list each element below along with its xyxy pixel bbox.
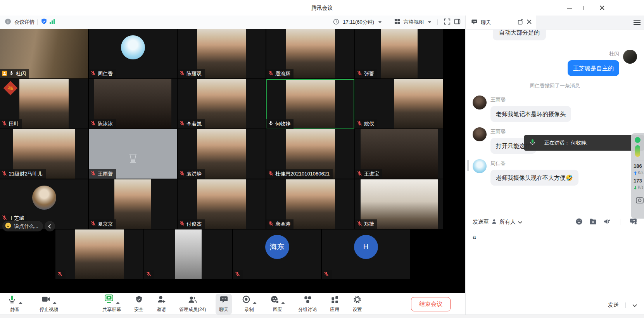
video-tile-王进宝[interactable]: 王进宝 <box>355 129 443 179</box>
toolbar-item-reaction[interactable]: 回应 <box>266 294 288 315</box>
toolbar-item-mic-on[interactable]: 静音 <box>4 294 26 315</box>
toolbar-item-record[interactable]: 录制 <box>238 294 260 315</box>
toolbar-item-members[interactable]: 管理成员(24) <box>176 294 209 315</box>
video-tile-杜佳恩20210101060621[interactable]: 杜佳恩20210101060621 <box>266 129 354 179</box>
avatar: H <box>354 235 378 259</box>
participant-grid: 杜闪周仁香陈丽双唐渝辉张蕾福田叶陈冰冰李若岚何牧婷姚仪21级财2马叶儿王雨馨袁洪… <box>0 29 465 279</box>
chevron-up-icon[interactable] <box>253 302 257 304</box>
quick-chat-bar[interactable]: 说点什么... <box>2 221 55 231</box>
avatar <box>32 186 56 210</box>
send-to-label: 发送至 <box>473 219 489 226</box>
video-tile-唐圣涛[interactable]: 唐圣涛 <box>266 179 354 229</box>
video-tile[interactable] <box>144 229 232 279</box>
quick-chat-input[interactable]: 说点什么... <box>2 221 43 231</box>
end-meeting-button[interactable]: 结束会议 <box>411 297 451 311</box>
participant-name: 王进宝 <box>364 170 379 177</box>
shield-check-icon[interactable] <box>40 18 48 26</box>
favorites-folder-icon[interactable] <box>589 218 597 226</box>
toolbar-item-invite[interactable]: 邀请 <box>153 294 169 315</box>
mic-muted-icon <box>146 271 151 278</box>
mic-muted-icon <box>180 171 185 177</box>
participant-name: 袁洪静 <box>186 170 202 177</box>
camera-icon[interactable] <box>636 197 644 205</box>
video-tile-王雨馨[interactable]: 王雨馨 <box>89 129 177 179</box>
video-tile[interactable]: H <box>322 229 410 279</box>
meeting-details-button[interactable]: 会议详情 <box>5 18 35 26</box>
video-tile-陈丽双[interactable]: 陈丽双 <box>178 29 266 78</box>
video-tile-郑捷[interactable]: 郑捷 <box>355 179 443 229</box>
video-tile-陈冰冰[interactable]: 陈冰冰 <box>89 79 177 129</box>
chevron-up-icon[interactable] <box>116 302 120 304</box>
video-tile[interactable] <box>55 229 143 279</box>
time-dropdown-caret[interactable] <box>378 21 382 23</box>
chevron-up-icon[interactable] <box>281 302 285 304</box>
participant-name-label: 21级财2马叶儿 <box>0 169 46 179</box>
smiley-icon[interactable] <box>5 222 11 230</box>
video-tile[interactable]: 海东 <box>233 229 321 279</box>
person-icon <box>491 219 497 226</box>
participant-name: 杜佳恩20210101060621 <box>275 170 330 177</box>
menu-icon[interactable] <box>634 20 641 25</box>
video-tile-夏京京[interactable]: 夏京京 <box>89 179 177 229</box>
video-tile-姚仪[interactable]: 姚仪 <box>355 79 443 129</box>
toolbar-item-settings[interactable]: 设置 <box>349 294 365 315</box>
video-tile-付俊杰[interactable]: 付俊杰 <box>178 179 266 229</box>
chat-settings-icon[interactable] <box>630 218 637 226</box>
toolbar-item-screenshare[interactable]: 共享屏幕 <box>99 294 124 315</box>
chat-input[interactable]: a <box>466 229 644 287</box>
maximize-button[interactable] <box>583 5 589 11</box>
side-utility-widget[interactable]: 186 K/s 173 K/s <box>631 133 644 219</box>
layout-toggle-icon[interactable] <box>454 18 461 26</box>
camera-icon <box>41 294 51 306</box>
toolbar-item-label: 应用 <box>330 306 339 313</box>
video-tile-周仁香[interactable]: 周仁香 <box>89 29 177 78</box>
chevron-up-icon[interactable] <box>53 302 57 304</box>
view-mode-label[interactable]: 宫格视图 <box>404 19 424 26</box>
chat-bubble-icon <box>471 19 478 26</box>
video-tile-唐渝辉[interactable]: 唐渝辉 <box>266 29 354 78</box>
signal-icon[interactable] <box>49 19 55 26</box>
toolbar-item-breakout[interactable]: 分组讨论 <box>295 294 320 315</box>
video-tile-杜闪[interactable]: 杜闪 <box>0 29 88 78</box>
video-tile-何牧婷[interactable]: 何牧婷 <box>266 79 354 129</box>
participant-name-label: 夏京京 <box>89 219 116 229</box>
send-options-chevron-icon[interactable] <box>632 302 637 308</box>
chat-messages[interactable]: 自动大部分是的杜闪王芝璐是自主的周仁香撤回了一条消息王雨馨老师我笔记本是坏的摄像… <box>466 29 644 215</box>
chat-tab[interactable]: 聊天 <box>466 16 536 29</box>
send-button[interactable]: 发送 <box>608 302 619 309</box>
toolbar-item-label: 设置 <box>352 306 362 313</box>
close-button[interactable] <box>599 5 605 11</box>
emoji-icon[interactable] <box>575 218 583 226</box>
fullscreen-icon[interactable] <box>444 18 451 26</box>
divider <box>625 302 626 308</box>
chat-message: 杜闪王芝璐是自主的 <box>473 50 637 76</box>
close-icon[interactable] <box>527 19 532 26</box>
settings-icon <box>353 295 362 306</box>
host-icon <box>2 71 7 77</box>
chat-resize-handle[interactable] <box>467 160 469 171</box>
chevron-up-icon[interactable] <box>19 302 22 304</box>
collapse-left-icon[interactable] <box>45 221 55 231</box>
send-to-value[interactable]: 所有人 <box>499 219 516 226</box>
video-tile-张蕾[interactable]: 张蕾 <box>355 29 443 78</box>
video-tile-田叶[interactable]: 福田叶 <box>0 79 88 129</box>
view-dropdown-caret[interactable] <box>428 21 431 23</box>
mic-muted-icon <box>357 171 362 177</box>
participant-name-label: 唐渝辉 <box>266 69 294 78</box>
screenshare-icon <box>104 294 114 306</box>
toolbar-item-camera[interactable]: 停止视频 <box>36 294 62 315</box>
download-speed: 173 <box>634 178 642 183</box>
video-tile-21级财2马叶儿[interactable]: 21级财2马叶儿 <box>0 129 88 179</box>
avatar: 海东 <box>265 235 289 259</box>
announcement-icon[interactable] <box>603 218 611 226</box>
video-tile-袁洪静[interactable]: 袁洪静 <box>178 129 266 179</box>
toolbar-item-chat[interactable]: 聊天 <box>216 294 232 315</box>
toolbar-item-shield[interactable]: 安全 <box>131 294 147 315</box>
toolbar-item-apps[interactable]: 应用 <box>326 294 343 315</box>
popout-icon[interactable] <box>518 19 523 26</box>
video-tile-李若岚[interactable]: 李若岚 <box>178 79 266 129</box>
shield-icon <box>135 295 143 306</box>
chevron-down-icon[interactable] <box>518 219 522 225</box>
participant-name-label: 唐圣涛 <box>266 219 294 229</box>
minimize-button[interactable] <box>566 5 573 11</box>
